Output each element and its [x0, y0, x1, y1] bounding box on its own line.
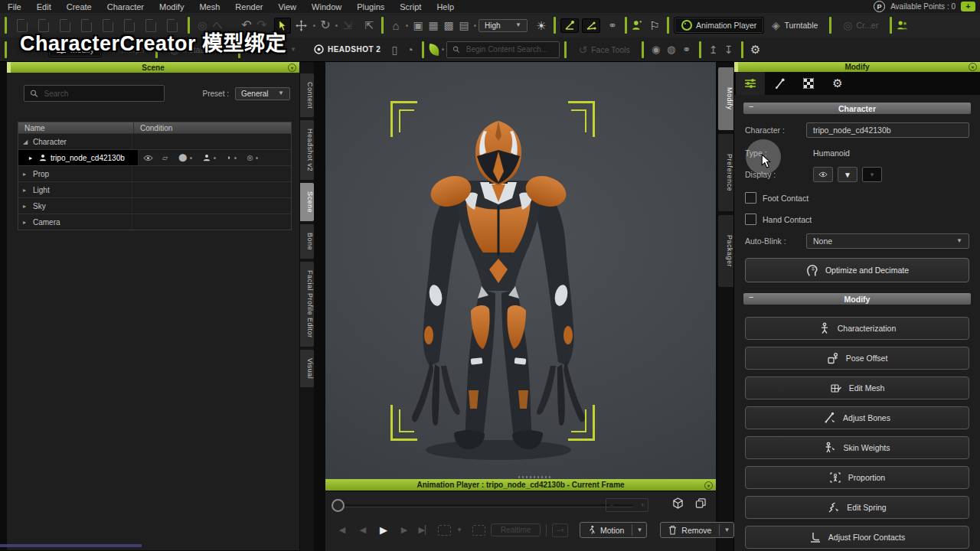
tab-headshot-v2[interactable]: Headshot v2	[300, 120, 314, 180]
lock-view-icon[interactable]: ▤	[456, 20, 472, 31]
download-icon[interactable]: ↧	[721, 44, 737, 55]
3d-viewport[interactable]	[325, 61, 716, 479]
menu-character[interactable]: Character	[100, 2, 152, 11]
upload-icon[interactable]: ↥	[706, 44, 721, 55]
link-icon[interactable]: ⚭	[679, 44, 694, 54]
scene-row-camera[interactable]: ▸Camera	[18, 214, 291, 230]
menu-help[interactable]: Help	[429, 2, 462, 11]
actor-group-icon[interactable]	[897, 20, 912, 31]
menu-modify[interactable]: Modify	[152, 2, 191, 11]
panel-resize-grip[interactable]	[518, 476, 552, 478]
adjust-bones-button[interactable]: Adjust Bones	[745, 406, 969, 429]
turntable-button[interactable]: ◈ Turntable	[764, 18, 825, 33]
creator-button[interactable]: ◎ Cr...er	[836, 18, 885, 33]
gizmo-angle-button[interactable]	[582, 18, 600, 33]
scene-row-light[interactable]: ▸Light	[18, 181, 291, 197]
render-quality-dropdown[interactable]: High ▼	[479, 19, 528, 32]
scene-row-character[interactable]: ◢Character	[18, 133, 291, 149]
tab-visual[interactable]: Visual	[300, 350, 314, 387]
scene-row-sky[interactable]: ▸Sky	[18, 197, 291, 214]
collapse-icon[interactable]: −	[749, 292, 753, 302]
menu-script[interactable]: Script	[392, 2, 429, 11]
unreal-pipeline-icon[interactable]: ◍	[664, 44, 679, 54]
loop-range-button[interactable]	[438, 525, 451, 536]
expander-icon[interactable]: ◢	[23, 139, 29, 145]
rotate-tool-icon[interactable]: ↻	[318, 19, 333, 31]
display-mode-button[interactable]: ▼	[838, 167, 858, 182]
expander-icon[interactable]: ▸	[29, 155, 35, 161]
panel-menu-icon[interactable]: ▾	[704, 481, 713, 490]
visibility-eye-icon[interactable]	[143, 155, 153, 161]
move-tool-icon[interactable]	[296, 20, 311, 31]
material-sphere-icon[interactable]: ⬤	[178, 154, 187, 161]
display-visibility-button[interactable]	[813, 167, 833, 182]
tab-content[interactable]: Content	[300, 73, 314, 117]
texture-drop-icon[interactable]: ◗	[227, 155, 230, 161]
go-to-end-button[interactable]: ▶▏	[417, 523, 433, 537]
face-tools-button[interactable]: ↺ Face Tools	[571, 42, 636, 57]
dropdown-dot[interactable]	[234, 157, 237, 159]
speed-spinner[interactable]: −+	[552, 523, 568, 537]
motion-button[interactable]: Motion ▼	[580, 522, 647, 538]
content-search-input[interactable]	[465, 44, 554, 54]
chevron-down-icon[interactable]: ▼	[719, 524, 733, 536]
settings-gear-icon[interactable]: ⚙	[748, 44, 763, 55]
next-frame-button[interactable]: ▶	[397, 523, 412, 537]
export-cube-icon[interactable]	[672, 497, 684, 509]
transform-space-icon[interactable]: ⇱	[361, 20, 377, 31]
dropdown-dot[interactable]	[190, 157, 192, 159]
tab-scene[interactable]: Scene	[300, 183, 314, 221]
previous-frame-button[interactable]: ◀	[355, 523, 371, 537]
tab-modify[interactable]: Modify	[718, 67, 733, 130]
character-name-field[interactable]: tripo_node_cd42130b	[806, 122, 969, 138]
adjust-floor-contacts-button[interactable]: Adjust Floor Contacts	[745, 526, 969, 549]
skin-weights-button[interactable]: Skin Weights	[745, 436, 969, 459]
characterization-button[interactable]: Characterization	[745, 317, 969, 340]
lighting-icon[interactable]: ☀	[534, 20, 549, 31]
add-points-button[interactable]: +	[961, 2, 975, 11]
range-select-button[interactable]	[472, 525, 485, 536]
flag-icon[interactable]: ⚐	[647, 20, 662, 31]
hand-contact-checkbox[interactable]	[745, 214, 756, 225]
tab-packager[interactable]: Packager	[718, 215, 733, 287]
tab-preference[interactable]: Preference	[718, 134, 733, 211]
edit-spring-button[interactable]: Edit Spring	[745, 496, 969, 519]
scene-row-prop[interactable]: ▸Prop	[18, 165, 291, 181]
realtime-toggle[interactable]: Realtime	[491, 523, 541, 536]
scene-search-input[interactable]	[43, 89, 158, 99]
character-section-header[interactable]: − Character	[743, 103, 971, 114]
expander-icon[interactable]: ▸	[23, 219, 29, 226]
menu-file[interactable]: File	[0, 2, 29, 11]
frame-character-icon[interactable]: ▣	[410, 20, 426, 31]
expander-icon[interactable]: ▸	[23, 187, 29, 194]
edit-mesh-button[interactable]: Edit Mesh	[745, 377, 969, 399]
proportion-button[interactable]: Proportion	[745, 466, 969, 489]
menu-window[interactable]: Window	[304, 2, 349, 11]
panel-menu-icon[interactable]: ▾	[288, 64, 296, 72]
dropdown-dot[interactable]	[214, 157, 216, 159]
face-puppet-icon[interactable]: ◔	[402, 44, 417, 55]
animation-player-header[interactable]: Animation Player : tripo_node_cd42130b -…	[325, 479, 716, 491]
menu-mesh[interactable]: Mesh	[191, 2, 227, 11]
column-name[interactable]: Name	[18, 122, 134, 133]
expander-icon[interactable]: ▸	[23, 171, 29, 178]
modify-section-header[interactable]: − Modify	[743, 293, 971, 305]
tab-bone[interactable]: Bone	[300, 224, 314, 259]
character-sparkle-icon[interactable]	[632, 20, 647, 31]
foot-contact-checkbox[interactable]	[745, 192, 756, 204]
pose-offset-button[interactable]: Pose Offset	[745, 347, 969, 370]
link-hierarchy-icon[interactable]: ⚭	[605, 20, 620, 31]
chevron-down-icon[interactable]: ▼	[456, 527, 462, 533]
bust-condition-icon[interactable]	[203, 154, 211, 161]
dropdown-dot[interactable]	[256, 157, 258, 159]
menu-create[interactable]: Create	[59, 2, 100, 11]
menu-view[interactable]: View	[270, 2, 304, 11]
display-extra-button[interactable]: ▾	[862, 167, 882, 182]
blender-pipeline-icon[interactable]: ◉	[648, 44, 664, 54]
optimize-decimate-button[interactable]: Optimize and Decimate	[745, 258, 969, 282]
target-condition-icon[interactable]: ◎	[247, 155, 253, 161]
frame-all-icon[interactable]: ▦	[426, 20, 441, 31]
animation-player-toggle[interactable]: Animation Player	[674, 17, 764, 34]
timeline-playhead[interactable]	[332, 499, 345, 512]
frame-spinner[interactable]: −+	[606, 498, 648, 512]
